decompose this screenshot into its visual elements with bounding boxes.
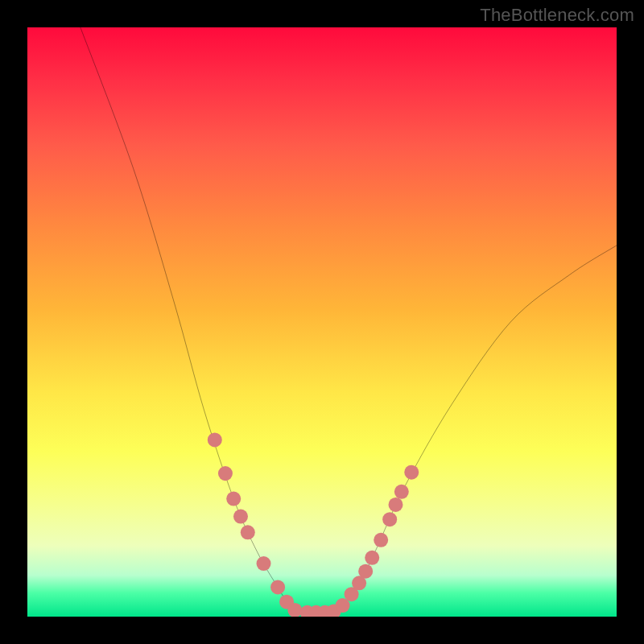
data-marker [394, 485, 409, 499]
data-marker [374, 533, 388, 547]
data-marker [358, 564, 373, 579]
data-marker [218, 466, 233, 481]
data-marker [365, 551, 379, 565]
bottleneck-curve [80, 27, 617, 613]
chart-frame: TheBottleneck.com [0, 0, 644, 644]
data-marker [382, 512, 397, 526]
data-marker [226, 492, 241, 506]
data-marker [233, 510, 248, 524]
data-marker [208, 432, 222, 447]
plot-area [27, 27, 617, 617]
data-marker [241, 525, 255, 539]
data-marker [388, 497, 402, 512]
watermark-text: TheBottleneck.com [480, 5, 634, 26]
data-marker [404, 465, 419, 480]
curve-layer [27, 27, 617, 617]
data-markers [208, 432, 419, 617]
data-marker [257, 556, 271, 571]
data-marker [270, 580, 285, 594]
